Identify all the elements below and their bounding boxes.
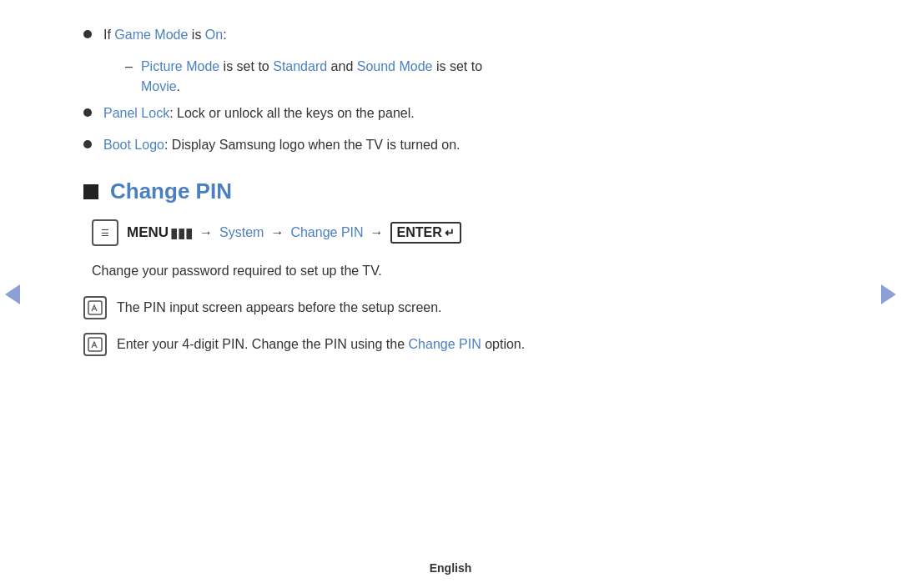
note-1-icon bbox=[83, 296, 107, 319]
footer-language: English bbox=[430, 561, 472, 575]
panel-lock-desc: : Lock or unlock all the keys on the pan… bbox=[169, 106, 415, 120]
panel-lock-item: Panel Lock: Lock or unlock all the keys … bbox=[83, 103, 818, 123]
section-title: Change PIN bbox=[110, 178, 232, 204]
arrow-3: → bbox=[370, 225, 384, 240]
on-link: On bbox=[205, 28, 223, 42]
movie-link: Movie bbox=[141, 79, 177, 93]
picture-mode-link: Picture Mode bbox=[141, 59, 219, 73]
picture-sound-item: – Picture Mode is set to Standard and So… bbox=[83, 57, 818, 97]
boot-logo-item: Boot Logo: Display Samsung logo when the… bbox=[83, 135, 818, 155]
standard-link: Standard bbox=[273, 59, 327, 73]
note-2-icon bbox=[83, 333, 107, 356]
footer: English bbox=[0, 561, 901, 575]
note-2-text: Enter your 4-digit PIN. Change the PIN u… bbox=[117, 333, 525, 354]
bullet-dot-3 bbox=[83, 140, 92, 148]
next-page-button[interactable] bbox=[876, 274, 901, 315]
sub-dash: – bbox=[125, 57, 133, 77]
top-bullet-list: If Game Mode is On: – Picture Mode is se… bbox=[83, 25, 818, 155]
left-arrow-icon bbox=[5, 284, 20, 304]
picture-sound-text: Picture Mode is set to Standard and Soun… bbox=[141, 57, 482, 97]
pencil-icon bbox=[88, 300, 103, 315]
sound-mode-link: Sound Mode bbox=[357, 59, 433, 73]
game-mode-link: Game Mode bbox=[114, 28, 188, 42]
note-2-item: Enter your 4-digit PIN. Change the PIN u… bbox=[83, 333, 818, 356]
bullet-dot-2 bbox=[83, 108, 92, 117]
menu-label: MENU bbox=[127, 224, 169, 241]
description-text: Change your password required to set up … bbox=[92, 261, 818, 281]
right-arrow-icon bbox=[881, 284, 896, 304]
arrow-1: → bbox=[199, 225, 213, 240]
boot-logo-desc: : Display Samsung logo when the TV is tu… bbox=[164, 138, 461, 152]
panel-lock-link: Panel Lock bbox=[103, 106, 169, 120]
change-pin-inline-link: Change PIN bbox=[409, 337, 481, 351]
boot-logo-link: Boot Logo bbox=[103, 138, 164, 152]
boot-logo-text: Boot Logo: Display Samsung logo when the… bbox=[103, 135, 461, 155]
section-header: Change PIN bbox=[83, 178, 818, 204]
enter-label: ENTER bbox=[397, 225, 442, 240]
menu-icon-symbol: ☰ bbox=[101, 229, 109, 238]
menu-bars: ▮▮▮ bbox=[170, 225, 193, 241]
note-1-text: The PIN input screen appears before the … bbox=[117, 296, 442, 318]
panel-lock-text: Panel Lock: Lock or unlock all the keys … bbox=[103, 103, 415, 123]
main-content: If Game Mode is On: – Picture Mode is se… bbox=[50, 0, 851, 403]
change-pin-path-item: Change PIN bbox=[290, 225, 363, 240]
menu-path-row: ☰ MENU ▮▮▮ → System → Change PIN → ENTER… bbox=[92, 219, 818, 246]
enter-button-box: ENTER↵ bbox=[390, 222, 461, 244]
game-mode-item: If Game Mode is On: bbox=[83, 25, 818, 45]
menu-icon: ☰ bbox=[92, 219, 118, 246]
bullet-dot bbox=[83, 30, 92, 38]
note-1-item: The PIN input screen appears before the … bbox=[83, 296, 818, 319]
section-square-icon bbox=[83, 184, 98, 199]
enter-arrow-icon: ↵ bbox=[445, 226, 455, 239]
arrow-2: → bbox=[270, 225, 284, 240]
system-path-item: System bbox=[219, 225, 264, 240]
note-pencil-icon bbox=[88, 337, 103, 352]
game-mode-text: If Game Mode is On: bbox=[103, 25, 227, 45]
prev-page-button[interactable] bbox=[0, 274, 25, 315]
